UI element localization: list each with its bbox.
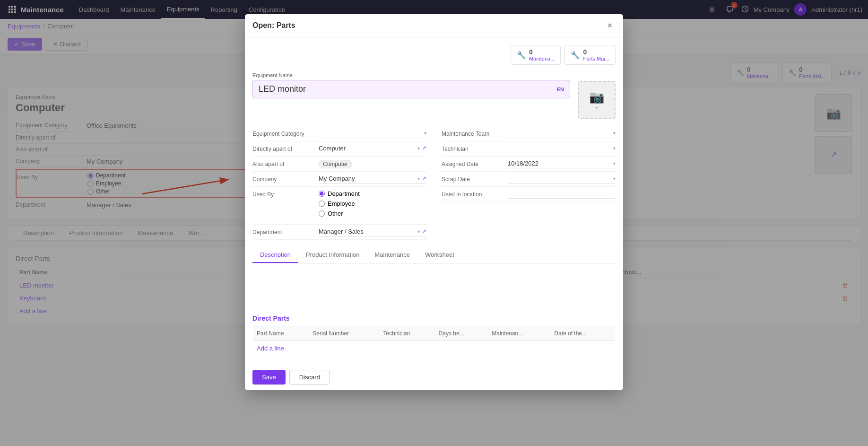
modal-field-eq-category: Equipment Category ▾	[252, 126, 426, 141]
radio-department[interactable]: Department	[319, 190, 360, 197]
modal-footer: Save Discard	[245, 364, 623, 390]
radio-employee[interactable]: Employee	[319, 200, 360, 207]
modal-field-directly: Directly apart of Computer ▾ ↗	[252, 141, 426, 157]
dropdown-arrow-assigned: ▾	[613, 161, 616, 166]
modal-field-assigned-date: Assigned Date ▾	[442, 157, 616, 172]
col-part-name: Part Name	[253, 326, 309, 341]
modal-close-button[interactable]: ×	[604, 20, 616, 31]
ext-link-dept[interactable]: ↗	[422, 228, 426, 235]
add-line-btn[interactable]: Add a line	[257, 345, 284, 352]
modal-eq-name-input-wrapper: EN	[252, 80, 570, 98]
modal-select-maint-team[interactable]	[508, 130, 613, 137]
modal-title: Open: Parts	[252, 21, 295, 30]
modal-select-directly[interactable]: Computer	[319, 145, 416, 152]
camera-icon: 📷	[589, 90, 604, 105]
modal-label-used-in-location: Used in location	[442, 191, 508, 198]
also-apart-tag: Computer	[319, 160, 352, 168]
col-serial: Serial Number	[309, 326, 379, 341]
modal-field-maint-team: Maintenance Team ▾	[442, 126, 616, 141]
tab-worksheet[interactable]: Worksheet	[417, 247, 462, 263]
modal-discard-button[interactable]: Discard	[289, 370, 330, 385]
modal-select-department[interactable]: Manager / Sales	[319, 228, 416, 235]
modal-stat-label-1: Maintena...	[529, 56, 555, 61]
modal-header: Open: Parts ×	[245, 14, 623, 37]
col-date-of: Date of the...	[550, 326, 615, 341]
modal-label-technician: Technician	[442, 146, 508, 152]
col-days-be: Days be...	[435, 326, 488, 341]
modal-tab-content	[252, 269, 616, 307]
modal-label-department: Department	[252, 229, 319, 236]
modal-photo[interactable]: 📷 +	[578, 81, 616, 119]
modal-stat-btn-2[interactable]: 🔧 0 Parts Mai...	[564, 45, 616, 65]
en-badge: EN	[557, 87, 564, 92]
modal-field-used-in-location: Used in location	[442, 187, 616, 202]
modal-form-right: Maintenance Team ▾ Technician	[442, 126, 616, 240]
modal-stat-label-2: Parts Mai...	[583, 56, 609, 61]
modal-used-by-radios: Department Employee Other	[319, 189, 360, 217]
modal-input-scrap-date[interactable]	[508, 175, 613, 182]
modal-input-used-in-location[interactable]	[508, 190, 616, 197]
col-technician: Technician	[380, 326, 435, 341]
modal-body: 🔧 0 Maintena... 🔧 0 Parts Mai...	[245, 37, 623, 364]
tab-description[interactable]: Description	[252, 247, 298, 263]
dropdown-arrow-eq-cat: ▾	[424, 131, 426, 136]
modal-form-left: Equipment Category ▾ Directly apart of	[252, 126, 426, 240]
modal-field-department: Department Manager / Sales ▾ ↗	[252, 225, 426, 240]
dropdown-arrow-directly: ▾	[417, 146, 420, 151]
ext-link-company[interactable]: ↗	[422, 175, 426, 182]
dropdown-arrow-tech: ▾	[613, 146, 616, 151]
dropdown-arrow-dept: ▾	[417, 229, 420, 234]
modal-overlay[interactable]: Open: Parts × 🔧 0 Maintena... 🔧 0	[0, 0, 868, 446]
modal-label-used-by: Used By	[252, 189, 319, 198]
ext-link-directly[interactable]: ↗	[422, 145, 426, 151]
modal-eq-name-label: Equipment Name	[252, 72, 570, 78]
parts-add-line-row: Add a line	[253, 341, 616, 356]
modal-label-company: Company	[252, 176, 319, 183]
dropdown-arrow-company: ▾	[417, 176, 420, 181]
modal-smart-buttons: 🔧 0 Maintena... 🔧 0 Parts Mai...	[252, 45, 616, 65]
modal-label-scrap-date: Scrap Date	[442, 176, 508, 183]
modal-form-grid: Equipment Category ▾ Directly apart of	[252, 126, 616, 240]
col-maintenan: Maintenan...	[488, 326, 550, 341]
modal-label-eq-category: Equipment Category	[252, 131, 319, 137]
modal-field-also: Also apart of Computer	[252, 157, 426, 172]
modal-eq-name-input[interactable]	[259, 84, 553, 94]
modal-input-assigned-date[interactable]	[508, 160, 611, 167]
modal-stat-btn-1[interactable]: 🔧 0 Maintena...	[511, 45, 561, 65]
modal-field-company: Company My Company ▾ ↗	[252, 172, 426, 187]
modal-select-technician[interactable]	[508, 145, 613, 152]
modal-stat-count-2: 0	[583, 48, 609, 56]
parts-table-header: Part Name Serial Number Technician Days …	[253, 326, 616, 341]
modal-field-technician: Technician ▾	[442, 141, 616, 157]
modal-tabs: Description Product Information Maintena…	[252, 247, 616, 263]
dropdown-arrow-maint-team: ▾	[613, 131, 616, 136]
modal-equipment-name-section: Equipment Name EN 📷 +	[252, 72, 616, 119]
direct-parts-title: Direct Parts	[252, 315, 616, 322]
modal-save-button[interactable]: Save	[252, 370, 286, 385]
wrench-icon-1: 🔧	[517, 51, 526, 60]
modal-label-maint-team: Maintenance Team	[442, 131, 508, 137]
modal-label-assigned-date: Assigned Date	[442, 161, 508, 167]
modal-field-scrap-date: Scrap Date ▾	[442, 172, 616, 187]
modal-label-also: Also apart of	[252, 161, 319, 167]
modal-select-eq-category[interactable]	[319, 130, 424, 137]
modal-select-company[interactable]: My Company	[319, 175, 416, 182]
tab-maintenance[interactable]: Maintenance	[367, 247, 417, 263]
modal-label-directly: Directly apart of	[252, 146, 319, 152]
radio-other[interactable]: Other	[319, 210, 360, 217]
modal-direct-parts: Direct Parts Part Name Serial Number Tec…	[252, 315, 616, 356]
tab-product-info[interactable]: Product Information	[298, 247, 367, 263]
modal: Open: Parts × 🔧 0 Maintena... 🔧 0	[245, 14, 623, 390]
dropdown-arrow-scrap: ▾	[613, 176, 616, 181]
modal-field-used-by: Used By Department Employee Other	[252, 187, 426, 225]
wrench-icon-2: 🔧	[571, 51, 580, 60]
modal-stat-count-1: 0	[529, 48, 555, 56]
parts-table: Part Name Serial Number Technician Days …	[252, 326, 616, 356]
